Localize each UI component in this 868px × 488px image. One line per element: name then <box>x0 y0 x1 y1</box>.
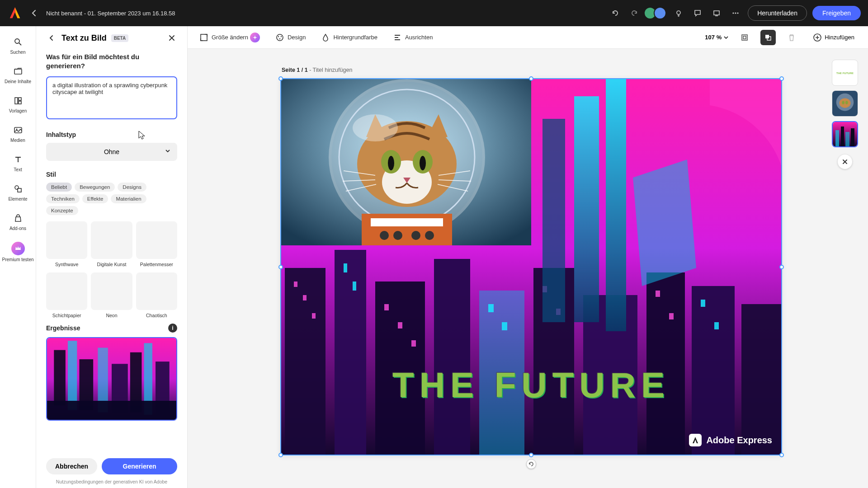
prompt-input[interactable] <box>46 76 177 119</box>
svg-point-2 <box>733 12 734 14</box>
style-schichtpapier[interactable]: Schichtpapier <box>46 272 87 318</box>
collaborator-avatars[interactable] <box>646 7 666 19</box>
page-indicator[interactable]: Seite 1 / 1 - Titel hinzufügen <box>282 67 352 73</box>
svg-point-3 <box>735 12 736 14</box>
align-button[interactable]: Ausrichten <box>389 30 436 45</box>
app-header: Nicht benannt - 01. September 2023 um 16… <box>0 0 868 26</box>
folder-icon <box>12 66 24 77</box>
background-button[interactable]: Hintergrundfarbe <box>317 30 381 45</box>
thumbnail-1[interactable]: THE FUTURE <box>832 60 858 86</box>
chip-beliebt[interactable]: Beliebt <box>46 183 72 192</box>
chip-designs[interactable]: Designs <box>118 183 146 192</box>
align-icon <box>393 33 402 42</box>
svg-rect-49 <box>398 322 402 328</box>
svg-point-26 <box>278 36 279 37</box>
rail-elements[interactable]: Elemente <box>0 178 36 206</box>
rail-search[interactable]: Suchen <box>0 32 36 59</box>
svg-point-4 <box>737 12 739 14</box>
svg-rect-15 <box>54 350 66 405</box>
crop-icon[interactable] <box>737 30 752 45</box>
document-title[interactable]: Nicht benannt - 01. September 2023 um 16… <box>46 10 175 17</box>
rail-premium[interactable]: Premium testen <box>0 237 36 267</box>
layers-icon[interactable] <box>760 30 776 45</box>
cancel-button[interactable]: Abbrechen <box>46 458 97 474</box>
back-button[interactable] <box>28 7 41 19</box>
svg-rect-62 <box>606 78 626 331</box>
rail-media[interactable]: Medien <box>0 120 36 147</box>
svg-rect-29 <box>742 35 747 40</box>
thumbnails-close-button[interactable] <box>838 155 852 169</box>
share-button[interactable]: Freigeben <box>812 6 861 20</box>
present-icon[interactable] <box>710 6 723 20</box>
generate-button[interactable]: Generieren <box>102 458 177 474</box>
undo-button[interactable] <box>609 6 622 20</box>
svg-rect-7 <box>15 98 18 104</box>
result-thumbnail[interactable] <box>46 337 177 421</box>
svg-rect-56 <box>353 282 356 291</box>
rail-text[interactable]: Text <box>0 149 36 177</box>
chip-materialien[interactable]: Materialien <box>111 194 146 203</box>
design-button[interactable]: Design <box>272 30 309 45</box>
svg-rect-60 <box>714 322 719 329</box>
svg-rect-53 <box>656 291 660 297</box>
delete-icon[interactable] <box>784 30 799 45</box>
adobe-express-logo[interactable] <box>7 5 23 21</box>
thumbnail-3[interactable] <box>832 121 858 147</box>
add-page-button[interactable]: Hinzufügen <box>807 30 860 45</box>
svg-point-25 <box>277 34 283 41</box>
design-icon <box>275 33 284 42</box>
comment-icon[interactable] <box>691 6 704 20</box>
rail-your-content[interactable]: Deine Inhalte <box>0 61 36 89</box>
svg-rect-59 <box>701 300 705 307</box>
adobe-logo-icon <box>689 434 702 446</box>
sparkle-icon <box>250 33 260 42</box>
svg-rect-57 <box>488 304 494 312</box>
style-chaotisch[interactable]: Chaotisch <box>136 272 177 318</box>
zoom-control[interactable]: 107 % <box>705 34 729 41</box>
chip-konzepte[interactable]: Konzepte <box>46 206 78 215</box>
style-palettenmesser[interactable]: Palettenmesser <box>136 221 177 267</box>
canvas-viewport[interactable]: Seite 1 / 1 - Titel hinzufügen <box>188 49 868 488</box>
svg-point-84 <box>842 101 844 104</box>
panel-close-button[interactable] <box>166 33 177 43</box>
rotate-handle[interactable] <box>526 459 536 469</box>
terms-link[interactable]: Nutzungsbedingungen der generativen KI v… <box>46 479 177 484</box>
chip-techniken[interactable]: Techniken <box>46 194 80 203</box>
svg-rect-24 <box>201 34 207 41</box>
svg-point-78 <box>425 231 434 240</box>
artboard[interactable]: THE FUTURE Adobe Express <box>280 78 782 455</box>
svg-rect-23 <box>47 401 176 420</box>
svg-rect-87 <box>835 130 839 146</box>
lightbulb-icon[interactable] <box>672 6 685 20</box>
svg-point-28 <box>279 38 280 39</box>
resize-button[interactable]: Größe ändern <box>196 30 264 45</box>
svg-rect-47 <box>312 313 316 319</box>
svg-point-71 <box>388 156 394 170</box>
content-type-select[interactable]: Ohne <box>46 143 177 161</box>
style-synthwave[interactable]: Synthwave <box>46 221 87 267</box>
chip-bewegungen[interactable]: Bewegungen <box>75 183 115 192</box>
svg-rect-38 <box>434 259 470 455</box>
svg-point-79 <box>353 114 398 141</box>
thumbnail-2[interactable] <box>832 90 858 117</box>
style-neon[interactable]: Neon <box>91 272 132 318</box>
svg-rect-46 <box>303 295 307 300</box>
svg-rect-90 <box>851 128 854 146</box>
redo-button[interactable] <box>627 6 641 20</box>
svg-rect-30 <box>743 36 746 39</box>
info-icon[interactable]: i <box>168 324 177 333</box>
hero-text: THE FUTURE <box>280 365 782 406</box>
more-icon[interactable] <box>729 6 742 20</box>
svg-rect-63 <box>542 119 565 322</box>
rail-templates[interactable]: Vorlagen <box>0 90 36 118</box>
svg-rect-55 <box>344 263 347 272</box>
svg-point-5 <box>15 39 19 43</box>
download-button[interactable]: Herunterladen <box>748 5 807 21</box>
watermark: Adobe Express <box>689 434 772 446</box>
style-digitale-kunst[interactable]: Digitale Kunst <box>91 221 132 267</box>
svg-rect-50 <box>411 340 416 347</box>
rail-addons[interactable]: Add-ons <box>0 208 36 235</box>
panel-back-button[interactable] <box>46 33 57 43</box>
droplet-icon <box>321 33 330 42</box>
chip-effekte[interactable]: Effekte <box>82 194 108 203</box>
